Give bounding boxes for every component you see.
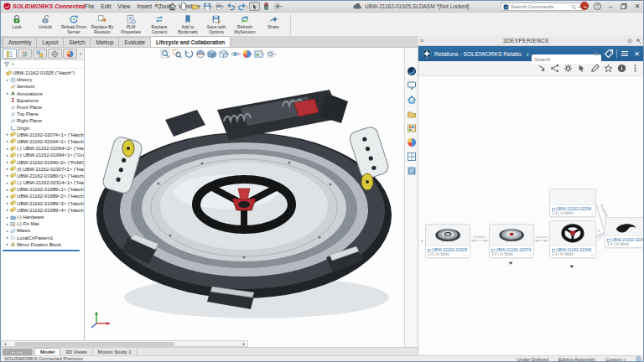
print-icon[interactable]: ▾ — [214, 2, 225, 11]
propertymanager-tab[interactable] — [18, 49, 32, 59]
tree-item[interactable]: ▸History — [1, 76, 84, 83]
tree-item[interactable]: Origin — [1, 125, 84, 132]
open-icon[interactable]: ▾ — [190, 2, 201, 11]
menu-edit[interactable]: Edit — [97, 3, 114, 9]
graphics-viewport[interactable]: ▾▾▾▾▾▾▾ — [85, 48, 404, 347]
tree-item[interactable]: Front Plane — [1, 104, 84, 111]
add-to-bookmark-button[interactable]: Add to Bookmark — [174, 13, 202, 34]
tab-lifecycle-and-collaboration[interactable]: Lifecycle and Collaboration — [150, 36, 231, 47]
taskpane-design-library-icon[interactable] — [407, 123, 417, 133]
command-search-input[interactable] — [511, 4, 569, 9]
tree-item[interactable]: ▸(f) UBW-21162-02307<1> ("Hatch In — [1, 166, 84, 173]
user-avatar[interactable] — [580, 2, 589, 10]
node-expand-chevron-icon[interactable]: ⌄ — [590, 211, 594, 215]
taskpane-view-palette-icon[interactable] — [407, 152, 417, 162]
displaymanager-tab[interactable] — [63, 49, 77, 59]
widget-title-chevron-icon[interactable]: ∨ — [526, 51, 529, 57]
tree-filter[interactable]: ▾ — [1, 60, 84, 69]
unlock-button[interactable]: Unlock — [31, 13, 60, 30]
taskpane-monitor-icon[interactable] — [407, 80, 417, 90]
replace-content-button[interactable]: Replace Content — [145, 13, 174, 34]
widget-close-icon[interactable]: ✕ — [632, 50, 641, 58]
info-icon[interactable] — [617, 64, 626, 73]
menu-view[interactable]: View — [114, 3, 133, 9]
tree-item[interactable]: ▸UBW-21162-01940<2> ("PcMO Top L — [1, 158, 84, 165]
panel-search-icon[interactable] — [594, 51, 600, 57]
view-settings-icon[interactable]: ▾ — [266, 49, 276, 59]
menu-pin-icon[interactable] — [153, 3, 161, 10]
panel-search-input[interactable] — [532, 54, 601, 64]
doc-tab-model[interactable]: Model — [34, 348, 60, 356]
save-with-options-button[interactable]: Save with Options — [202, 13, 231, 34]
options-icon[interactable]: ▾ — [273, 2, 283, 11]
share-nodes-icon[interactable] — [550, 64, 559, 73]
tree-item[interactable]: Sensors — [1, 83, 84, 90]
plm-properties-button[interactable]: PLM Properties — [117, 13, 145, 34]
tree-item[interactable]: Top Plane — [1, 111, 84, 117]
tree-item[interactable]: ▸UBW-21162-01989<4> ("Hatch Zinc — [1, 207, 84, 214]
graph-node[interactable]: UBW-21162-019251.4 | In Work⌄ — [425, 224, 470, 258]
node-expand-chevron-icon[interactable]: ⌄ — [590, 252, 594, 256]
tree-item[interactable]: ▸UBW-21162-01980<1> ("Hatch Ring — [1, 173, 84, 179]
lock-button[interactable]: Lock — [3, 13, 31, 30]
horizontal-scrollbar[interactable]: ◂ ▸ — [1, 340, 248, 347]
hamburger-menu-icon[interactable] — [620, 49, 630, 59]
command-search[interactable]: ▾ — [501, 3, 583, 11]
hatch-3d-model[interactable] — [85, 48, 404, 347]
home-icon[interactable] — [167, 2, 178, 11]
taskpane-folder-tab-icon[interactable] — [407, 109, 417, 119]
tree-item[interactable]: ▸UBW-21162-01989<1> ("Hatch Zinc — [1, 186, 84, 193]
node-expand-chevron-icon[interactable]: ⌄ — [465, 252, 468, 256]
relations-graph[interactable]: ChildrenContentDrawing ofContext+++++++ … — [418, 76, 644, 354]
reload-from-server-button[interactable]: Reload From Server — [60, 13, 88, 34]
tree-item[interactable]: ▸UBW-21162-01989<2> ("Hatch Zinc — [1, 193, 84, 199]
tree-item[interactable]: ▸UBW-21162-01989<3> ("Hatch Zinc — [1, 200, 84, 207]
tree-item[interactable]: ▸Mates — [1, 227, 84, 234]
panel-options-gear-icon[interactable] — [626, 38, 633, 44]
doc-tab-3d-views[interactable]: 3D Views — [60, 348, 92, 356]
node-expand-chevron-icon[interactable]: ⌄ — [528, 252, 532, 256]
minimize-button[interactable]: – — [606, 3, 615, 10]
rebuild-icon[interactable] — [261, 2, 272, 11]
apply-scene-icon[interactable]: ▾ — [254, 49, 264, 59]
scroll-right-icon[interactable]: ▸ — [241, 341, 247, 346]
taskpane-home-tab-icon[interactable] — [407, 95, 417, 105]
tab-navigation-buttons[interactable]: «‹›» — [3, 349, 33, 355]
graph-node[interactable]: UBW-21162-023071.4 | In Work⌄ — [605, 217, 644, 248]
tree-item[interactable]: ▸(-) UBW-21162-01994<1> ("Grabbin — [1, 152, 84, 158]
taskpane-3dexperience-icon[interactable] — [407, 66, 417, 76]
tree-item[interactable]: ▸LocalCirPattern1 — [1, 235, 84, 241]
save-icon[interactable]: ▾ — [202, 2, 213, 11]
arrow-expand-icon[interactable] — [537, 64, 546, 73]
gear-icon[interactable] — [564, 64, 573, 73]
tree-item[interactable]: ▸(-) UBW-21162-02314<1> ("Hatch R — [1, 179, 84, 186]
edit-appearance-icon[interactable]: ▾ — [242, 49, 252, 59]
home-icon[interactable] — [423, 64, 433, 73]
tag-icon[interactable] — [604, 49, 614, 59]
display-style-icon[interactable]: ▾ — [219, 49, 229, 59]
undo-icon[interactable]: ▾ — [226, 2, 236, 11]
tree-root-item[interactable]: UBW-21162-01925 ("Hatch") — [1, 70, 84, 76]
search-icon[interactable] — [571, 4, 577, 10]
tree-item[interactable]: Equations — [1, 97, 84, 104]
hide-show-icon[interactable]: ▾ — [231, 49, 241, 59]
close-button[interactable]: ✕ — [633, 3, 641, 10]
taskpane-appearances-icon[interactable] — [407, 137, 417, 147]
scrollbar-thumb[interactable] — [15, 342, 174, 346]
tree-item[interactable]: ▸UBW-21162-02004<1> ("Hatch Sprin — [1, 138, 84, 145]
scroll-left-icon[interactable]: ◂ — [2, 341, 8, 346]
compass-icon[interactable] — [422, 49, 432, 59]
dimxpert-tab[interactable] — [48, 49, 62, 59]
filter-dropdown-icon[interactable]: ▾ — [12, 62, 13, 66]
taskpane-custom-properties-icon[interactable] — [407, 166, 417, 176]
filter-funnel-icon[interactable] — [3, 61, 10, 68]
menu-insert[interactable]: Insert — [133, 3, 155, 9]
scrollbar-track[interactable] — [8, 341, 241, 346]
new-document-icon[interactable]: ▾ — [179, 2, 190, 11]
select-cursor-icon[interactable] — [577, 64, 586, 73]
star-icon[interactable] — [604, 64, 613, 73]
tree-item[interactable]: ▸(-) UBW-21162-02064<2> ("Hatch Lo — [1, 145, 84, 152]
kebab-icon[interactable] — [631, 64, 640, 73]
graph-node[interactable]: UBW-21162-020741.4 | In Work⌄ — [489, 224, 534, 258]
collapse-panel-icon[interactable]: » — [418, 38, 426, 44]
